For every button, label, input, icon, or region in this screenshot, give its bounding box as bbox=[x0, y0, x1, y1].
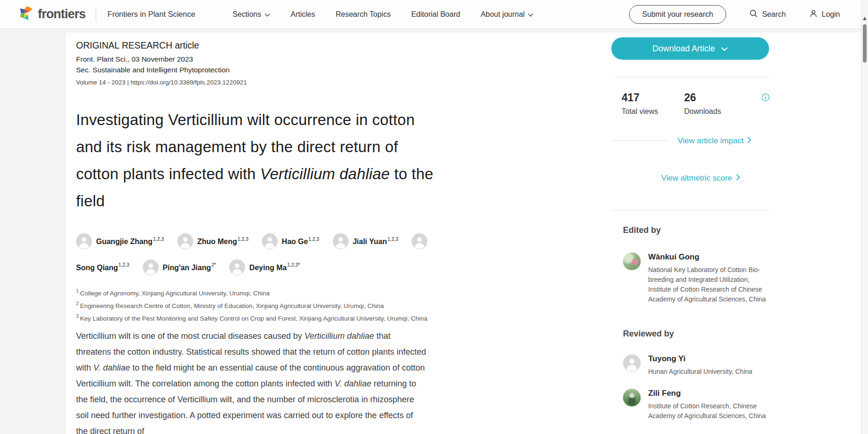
sidebar-divider bbox=[611, 210, 769, 210]
author-name: Song Qiang bbox=[76, 264, 118, 272]
reviewer-entry[interactable]: Zili Feng Institute of Cotton Research, … bbox=[623, 389, 770, 421]
doi-link[interactable]: https://doi.org/10.3389/fpls.2023.122092… bbox=[131, 79, 247, 86]
search-icon bbox=[749, 9, 758, 20]
author[interactable]: Zhuo Meng1,2,3 bbox=[177, 238, 249, 245]
nav-divider bbox=[96, 8, 96, 21]
avatar-photo bbox=[623, 252, 641, 270]
affiliation-line: 1College of Agronomy, Xinjiang Agricultu… bbox=[76, 286, 496, 299]
nav-item-about-journal[interactable]: About journal bbox=[481, 10, 533, 19]
author[interactable]: Hao Ge1,2,3 bbox=[262, 238, 319, 245]
author-avatar-icon bbox=[76, 233, 92, 249]
author-avatar-icon bbox=[412, 233, 427, 249]
author-superscript: 1,2,3 bbox=[387, 236, 398, 242]
reviewer-affiliation: Institute of Cotton Research, Chinese Ac… bbox=[648, 401, 769, 421]
search-button[interactable]: Search bbox=[749, 9, 786, 20]
reviewed-by-heading: Reviewed by bbox=[623, 329, 674, 339]
author-avatar-icon bbox=[262, 233, 278, 249]
search-label: Search bbox=[762, 10, 786, 19]
author-name: Jiali Yuan bbox=[353, 238, 387, 245]
scroll-up-icon[interactable] bbox=[863, 17, 867, 20]
nav-links: Sections Articles Research Topics Editor… bbox=[232, 10, 533, 19]
abstract-segment-italic: V. dahliae bbox=[93, 363, 130, 372]
avatar-placeholder-icon bbox=[623, 354, 641, 372]
abstract-segment-italic: Verticillium dahliae bbox=[304, 331, 374, 341]
author-avatar-icon bbox=[143, 259, 159, 275]
login-button[interactable]: Login bbox=[809, 9, 840, 20]
volume-doi-line: Volume 14 - 2023 | https://doi.org/10.33… bbox=[76, 79, 247, 86]
author-superscript: 1,2,3 bbox=[119, 262, 129, 267]
view-article-impact-link[interactable]: View article impact bbox=[678, 136, 751, 146]
sidebar-divider bbox=[611, 77, 769, 77]
impact-divider bbox=[611, 140, 669, 141]
nav-item-articles[interactable]: Articles bbox=[291, 10, 315, 19]
abstract-segment-italic: V. dahliae bbox=[335, 379, 371, 388]
view-altmetric-score-link[interactable]: View altmetric score bbox=[661, 174, 740, 183]
submit-research-button[interactable]: Submit your research bbox=[629, 5, 726, 24]
editor-name: Wànkuí Gong bbox=[648, 252, 769, 262]
abstract-paragraph: Verticillium wilt is one of the most cru… bbox=[76, 328, 427, 434]
chevron-right-icon bbox=[736, 174, 740, 183]
author-name: Ping'an Jiang bbox=[163, 264, 211, 272]
chevron-down-icon bbox=[721, 44, 728, 54]
chevron-down-icon bbox=[528, 10, 533, 19]
section-line[interactable]: Sec. Sustainable and Intelligent Phytopr… bbox=[76, 66, 230, 74]
author-list: Guangjie Zhang1,2,3 Zhuo Meng1,2,3 Hao G… bbox=[76, 228, 433, 280]
author[interactable]: Guangjie Zhang1,2,3 bbox=[76, 238, 164, 245]
scroll-thumb[interactable] bbox=[863, 24, 867, 63]
author-name: Guangjie Zhang bbox=[96, 238, 153, 245]
title-species-italic: Verticillium dahliae bbox=[260, 165, 390, 182]
editor-affiliation: National Key Laboratory of Cotton Bio-br… bbox=[648, 265, 769, 304]
edited-by-heading: Edited by bbox=[623, 225, 661, 235]
frontiers-logo-icon bbox=[19, 6, 34, 23]
info-icon[interactable] bbox=[762, 93, 770, 101]
reviewer-name: Tuyong Yi bbox=[648, 354, 769, 364]
total-views-label: Total views bbox=[622, 107, 658, 116]
citation-line: Front. Plant Sci., 03 November 2023 bbox=[76, 55, 193, 63]
login-label: Login bbox=[822, 10, 840, 19]
author-superscript: 1,2,3* bbox=[287, 262, 300, 267]
editor-entry[interactable]: Wànkuí Gong National Key Laboratory of C… bbox=[623, 252, 770, 304]
reviewer-name: Zili Feng bbox=[648, 389, 769, 398]
frontiers-logo[interactable]: frontiers bbox=[19, 6, 85, 23]
author-avatar-icon bbox=[333, 233, 349, 249]
chevron-down-icon bbox=[265, 10, 270, 19]
reviewer-affiliation: Hunan Agricultural University, China bbox=[648, 367, 769, 377]
author-superscript: 1,2,3 bbox=[308, 236, 319, 242]
journal-name[interactable]: Frontiers in Plant Science bbox=[107, 10, 195, 19]
author-name: Zhuo Meng bbox=[197, 238, 237, 245]
author-superscript: 1,2,3 bbox=[238, 236, 248, 242]
affiliation-list: 1College of Agronomy, Xinjiang Agricultu… bbox=[76, 286, 496, 324]
article-type-label: ORIGINAL RESEARCH article bbox=[76, 40, 199, 51]
author-name: Deying Ma bbox=[249, 264, 287, 272]
scrollbar[interactable] bbox=[861, 0, 868, 434]
nav-item-research-topics[interactable]: Research Topics bbox=[336, 10, 391, 19]
frontiers-logo-text: frontiers bbox=[38, 7, 85, 21]
user-icon bbox=[809, 9, 818, 20]
author-superscript: 1,2,3 bbox=[153, 236, 164, 242]
nav-item-editorial-board[interactable]: Editorial Board bbox=[411, 10, 460, 19]
author[interactable]: Deying Ma1,2,3* bbox=[229, 264, 300, 272]
nav-item-sections[interactable]: Sections bbox=[232, 10, 270, 19]
downloads-value: 26 bbox=[684, 91, 696, 104]
article-title: Investigating Verticillium wilt occurren… bbox=[76, 106, 438, 215]
author-name: Hao Ge bbox=[282, 238, 308, 245]
chevron-right-icon bbox=[747, 136, 751, 146]
total-views-value: 417 bbox=[622, 91, 639, 104]
author-superscript: 2* bbox=[211, 262, 216, 267]
affiliation-line: 3Key Laboratory of the Pest Monitoring a… bbox=[76, 311, 496, 324]
download-article-button[interactable]: Download Article bbox=[611, 37, 769, 60]
abstract-segment: Verticillium wilt is one of the most cru… bbox=[76, 331, 304, 341]
author[interactable]: Ping'an Jiang2* bbox=[143, 264, 216, 272]
reviewer-entry[interactable]: Tuyong Yi Hunan Agricultural University,… bbox=[623, 354, 770, 377]
author-avatar-icon bbox=[177, 233, 193, 249]
top-nav-bar: frontiers Frontiers in Plant Science Sec… bbox=[0, 0, 868, 29]
avatar-photo bbox=[623, 389, 641, 406]
affiliation-line: 2Engineering Research Centre of Cotton, … bbox=[76, 299, 496, 311]
author-avatar-icon bbox=[229, 259, 245, 275]
downloads-label: Downloads bbox=[684, 107, 721, 116]
author[interactable]: Jiali Yuan1,2,3 bbox=[333, 238, 399, 245]
